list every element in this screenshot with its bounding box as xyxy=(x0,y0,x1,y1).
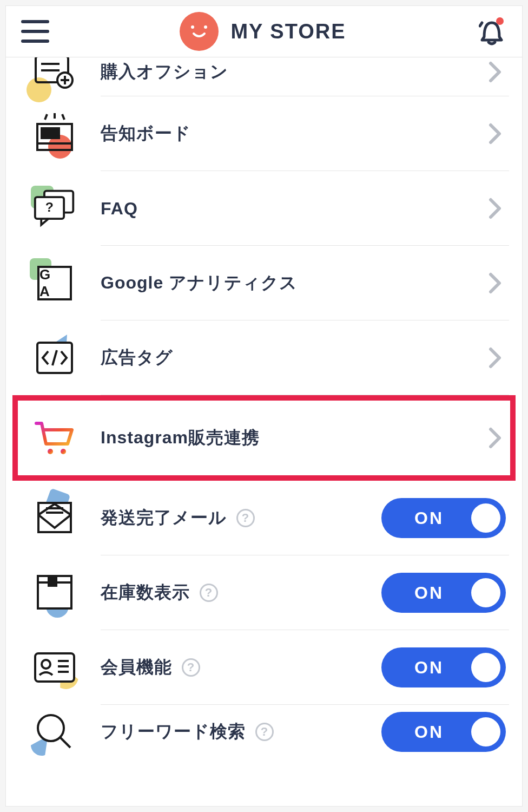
notification-dot-icon xyxy=(496,17,504,25)
menu-item-label: 広告タグ xyxy=(101,346,484,370)
menu-item-faq[interactable]: ? FAQ xyxy=(6,171,522,246)
menu-item-google-analytics[interactable]: G A Google アナリティクス xyxy=(6,246,522,320)
faq-icon: ? xyxy=(33,188,76,229)
svg-rect-25 xyxy=(49,576,56,586)
toggle-knob xyxy=(471,717,500,746)
purchase-option-icon xyxy=(34,53,76,91)
settings-list: 購入オフション xyxy=(6,48,522,759)
toggle-freeword[interactable]: ON xyxy=(381,712,506,752)
instagram-cart-icon xyxy=(34,419,75,457)
ad-tag-icon xyxy=(35,340,74,375)
chevron-right-icon xyxy=(484,347,506,369)
menu-item-label: 購入オフション xyxy=(101,60,484,84)
menu-item-label: Instagram販売連携 xyxy=(101,426,484,450)
svg-rect-12 xyxy=(42,128,59,138)
chevron-right-icon xyxy=(484,123,506,145)
chevron-right-icon xyxy=(484,272,506,294)
svg-point-0 xyxy=(191,25,194,29)
menu-item-ad-tag[interactable]: 広告タグ xyxy=(6,320,522,395)
notice-board-icon xyxy=(33,112,76,155)
toggle-member[interactable]: ON xyxy=(381,647,506,687)
toggle-label: ON xyxy=(398,658,460,678)
svg-point-31 xyxy=(38,715,64,741)
menu-item-ship-mail[interactable]: 発送完了メール ? ON xyxy=(6,481,522,555)
menu-item-freeword[interactable]: フリーワード検索 ? ON xyxy=(6,705,522,759)
toggle-label: ON xyxy=(398,583,460,603)
toggle-knob xyxy=(471,653,500,682)
toggle-knob xyxy=(471,578,500,607)
page-title: MY STORE xyxy=(230,20,346,43)
svg-line-10 xyxy=(62,114,64,120)
menu-item-label: 発送完了メール ? xyxy=(101,506,381,530)
help-icon[interactable]: ? xyxy=(200,584,218,602)
store-avatar-icon xyxy=(180,12,219,51)
help-icon[interactable]: ? xyxy=(182,658,200,677)
stock-icon xyxy=(35,574,75,612)
ship-mail-icon xyxy=(34,499,75,538)
menu-item-label: 在庫数表示 ? xyxy=(101,581,381,605)
toggle-label: ON xyxy=(398,722,460,742)
svg-line-8 xyxy=(45,114,47,120)
google-analytics-icon: G A xyxy=(37,266,72,300)
chevron-right-icon xyxy=(484,427,506,449)
menu-item-stock[interactable]: 在庫数表示 ? ON xyxy=(6,555,522,630)
svg-point-19 xyxy=(48,449,53,454)
hamburger-menu-button[interactable] xyxy=(21,17,49,45)
menu-item-label: フリーワード検索 ? xyxy=(101,720,381,744)
menu-item-label: 会員機能 ? xyxy=(101,656,381,679)
toggle-label: ON xyxy=(398,508,460,528)
svg-point-20 xyxy=(61,449,66,454)
header-title-group: MY STORE xyxy=(180,12,346,51)
menu-item-label: 告知ボード xyxy=(101,122,484,146)
menu-item-label: Google アナリティクス xyxy=(101,271,484,295)
chevron-right-icon xyxy=(484,198,506,219)
help-icon[interactable]: ? xyxy=(236,509,255,527)
member-icon xyxy=(33,650,76,685)
chevron-right-icon xyxy=(484,61,506,83)
toggle-stock[interactable]: ON xyxy=(381,573,506,613)
toggle-knob xyxy=(471,503,500,533)
search-icon xyxy=(35,712,75,752)
menu-item-label: FAQ xyxy=(101,199,484,219)
svg-point-1 xyxy=(204,25,207,29)
svg-line-32 xyxy=(61,738,70,748)
svg-text:?: ? xyxy=(45,200,54,214)
help-icon[interactable]: ? xyxy=(255,723,274,741)
notifications-button[interactable] xyxy=(477,16,507,47)
menu-item-member[interactable]: 会員機能 ? ON xyxy=(6,630,522,705)
toggle-ship-mail[interactable]: ON xyxy=(381,498,506,538)
menu-item-instagram[interactable]: Instagram販売連携 xyxy=(6,395,522,481)
menu-item-notice-board[interactable]: 告知ボード xyxy=(6,96,522,171)
app-header: MY STORE xyxy=(6,6,522,57)
